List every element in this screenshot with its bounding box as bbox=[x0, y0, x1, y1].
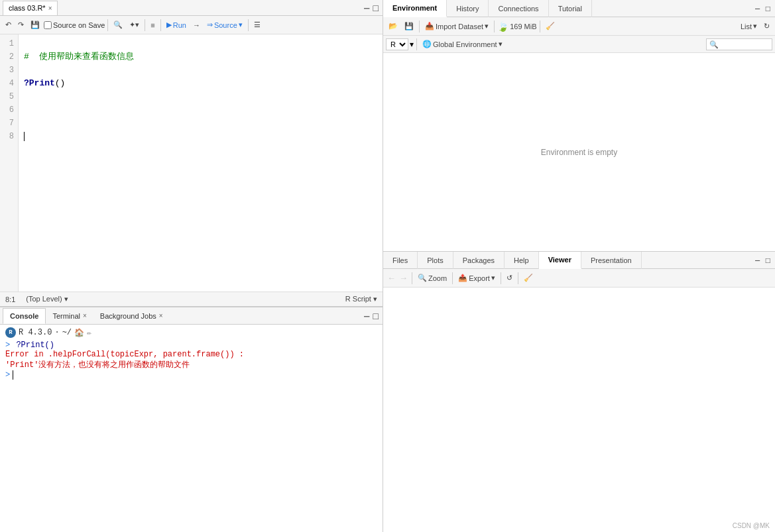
editor-section: class 03.R* × ⎼ □ ↶ ↷ 💾 Source on Sa bbox=[0, 0, 383, 307]
minimize-editor-button[interactable]: ⎼ bbox=[363, 3, 371, 13]
save-workspace-button[interactable]: 💾 bbox=[402, 21, 416, 32]
tab-viewer[interactable]: Viewer bbox=[539, 252, 581, 269]
export-button[interactable]: 📤 Export ▾ bbox=[455, 272, 498, 284]
working-dir: ~/ bbox=[62, 328, 72, 337]
r-logo-icon: R bbox=[5, 327, 16, 338]
run-button[interactable]: ▶ Run bbox=[164, 19, 189, 30]
redo-button[interactable]: ↷ bbox=[15, 19, 27, 30]
zoom-icon: 🔍 bbox=[418, 274, 427, 282]
code-level-arrow[interactable]: ▾ bbox=[64, 295, 68, 303]
home-icon: 🏠 bbox=[74, 328, 84, 338]
code-line-3 bbox=[24, 64, 377, 77]
minimize-files-button[interactable]: ⎼ bbox=[753, 255, 762, 266]
export-label: Export bbox=[469, 274, 490, 282]
maximize-editor-button[interactable]: □ bbox=[372, 3, 380, 13]
memory-badge: 🍃 169 MiB bbox=[497, 21, 536, 32]
refresh-files-button[interactable]: ↺ bbox=[504, 272, 515, 284]
tab-packages-label: Packages bbox=[463, 256, 495, 264]
tab-terminal-label: Terminal bbox=[52, 312, 80, 320]
undo-button[interactable]: ↶ bbox=[3, 19, 14, 30]
console-cursor-line: > bbox=[5, 370, 377, 380]
tab-presentation-label: Presentation bbox=[591, 256, 632, 264]
script-type[interactable]: R Script ▾ bbox=[345, 295, 377, 303]
source-button[interactable]: ⇒ Source ▾ bbox=[204, 19, 245, 30]
import-dataset-button[interactable]: 📥 Import Dataset ▾ bbox=[422, 21, 491, 32]
env-empty-message: Environment is empty bbox=[541, 148, 617, 157]
code-area[interactable]: # 使用帮助来查看函数信息 ?Print() bbox=[19, 34, 383, 292]
tab-console[interactable]: Console bbox=[3, 308, 46, 324]
console-section: Console Terminal × Background Jobs × ⎼ □ bbox=[0, 307, 383, 532]
sep4 bbox=[248, 19, 249, 31]
code-parens: () bbox=[55, 78, 66, 88]
tab-environment[interactable]: Environment bbox=[383, 0, 447, 17]
tab-background-jobs[interactable]: Background Jobs × bbox=[93, 308, 170, 324]
source-arrow-icon: ⇒ bbox=[207, 21, 213, 29]
load-workspace-button[interactable]: 📂 bbox=[386, 21, 400, 32]
editor-tab-label: class 03.R* bbox=[9, 4, 46, 12]
minimize-env-button[interactable]: ⎼ bbox=[753, 3, 762, 14]
env-search-input[interactable] bbox=[706, 38, 772, 50]
code-level: (Top Level) ▾ bbox=[26, 295, 68, 303]
clear-env-button[interactable]: 🧹 bbox=[543, 21, 558, 32]
maximize-console-button[interactable]: □ bbox=[372, 311, 380, 321]
source-dropdown-icon[interactable]: ▾ bbox=[239, 21, 243, 29]
env-body: Environment is empty bbox=[383, 53, 775, 251]
env-sep1 bbox=[419, 21, 420, 32]
console-tab-controls: ⎼ □ bbox=[363, 311, 380, 321]
tab-presentation[interactable]: Presentation bbox=[581, 252, 642, 269]
script-type-arrow[interactable]: ▾ bbox=[373, 295, 377, 303]
maximize-env-button[interactable]: □ bbox=[764, 3, 772, 14]
background-jobs-close-icon[interactable]: × bbox=[159, 312, 163, 319]
tab-connections[interactable]: Connections bbox=[489, 0, 548, 17]
console-body[interactable]: R R 4.3.0 · ~/ 🏠 ✏ > ?Print() Error in .… bbox=[0, 325, 383, 532]
options-button[interactable]: ☰ bbox=[251, 19, 263, 30]
list-view-button[interactable]: List ▾ bbox=[738, 21, 760, 32]
zoom-button[interactable]: 🔍 Zoom bbox=[415, 272, 449, 284]
next-button[interactable]: → bbox=[190, 20, 203, 30]
source-on-save-checkbox[interactable] bbox=[44, 21, 52, 29]
tab-help-label: Help bbox=[514, 256, 529, 264]
env-toolbar: 📂 💾 📥 Import Dataset ▾ 🍃 169 MiB 🧹 bbox=[383, 17, 775, 36]
error-text-1: Error in .helpForCall(topicExpr, parent.… bbox=[5, 350, 244, 359]
save-button[interactable]: 💾 bbox=[28, 19, 42, 30]
editor-tab-file[interactable]: class 03.R* × bbox=[3, 1, 58, 15]
left-panel: class 03.R* × ⎼ □ ↶ ↷ 💾 Source on Sa bbox=[0, 0, 383, 532]
search-button[interactable]: 🔍 bbox=[111, 19, 125, 30]
tab-files-label: Files bbox=[392, 256, 408, 264]
tab-tutorial[interactable]: Tutorial bbox=[549, 0, 592, 17]
files-toolbar: ← → 🔍 Zoom 📤 Export ▾ ↺ bbox=[383, 269, 775, 288]
tab-plots[interactable]: Plots bbox=[418, 252, 453, 269]
back-button[interactable]: ← bbox=[386, 273, 397, 283]
code-line-8 bbox=[24, 130, 377, 143]
import-dataset-label: Import Dataset bbox=[436, 23, 483, 30]
refresh-env-button[interactable]: ↻ bbox=[761, 21, 772, 32]
forward-button[interactable]: → bbox=[398, 273, 409, 283]
r-selector[interactable]: R bbox=[386, 38, 408, 50]
tab-console-label: Console bbox=[10, 312, 38, 320]
terminal-close-icon[interactable]: × bbox=[83, 312, 87, 319]
list-button[interactable]: ≡ bbox=[148, 20, 157, 30]
error-text-2: 'Print'没有方法，也没有将之用作函数的帮助文件 bbox=[5, 360, 190, 370]
console-input-text: ?Print() bbox=[16, 341, 54, 350]
tab-history[interactable]: History bbox=[447, 0, 489, 17]
clear-files-button[interactable]: 🧹 bbox=[521, 272, 536, 284]
tools-button[interactable]: ✦▾ bbox=[127, 19, 142, 30]
minimize-console-button[interactable]: ⎼ bbox=[363, 311, 371, 321]
files-sep3 bbox=[501, 272, 501, 284]
console-prompt-icon: > bbox=[5, 370, 10, 380]
env-selector-arrow: ▾ bbox=[410, 40, 414, 49]
tab-files[interactable]: Files bbox=[383, 252, 418, 269]
tab-tutorial-label: Tutorial bbox=[558, 5, 582, 13]
tab-terminal[interactable]: Terminal × bbox=[46, 308, 93, 324]
maximize-files-button[interactable]: □ bbox=[764, 255, 772, 266]
editor-status-bar: 8:1 (Top Level) ▾ R Script ▾ bbox=[0, 292, 383, 306]
code-line-7 bbox=[24, 117, 377, 130]
code-line-2: # 使用帮助来查看函数信息 bbox=[24, 50, 377, 64]
tab-packages[interactable]: Packages bbox=[453, 252, 505, 269]
env-search bbox=[706, 38, 772, 50]
files-section: Files Plots Packages Help Viewer bbox=[383, 252, 775, 532]
global-env-arrow: ▾ bbox=[499, 40, 503, 48]
global-env-button[interactable]: 🌐 Global Environment ▾ bbox=[420, 38, 505, 50]
editor-tab-close[interactable]: × bbox=[48, 5, 52, 12]
tab-help[interactable]: Help bbox=[505, 252, 539, 269]
